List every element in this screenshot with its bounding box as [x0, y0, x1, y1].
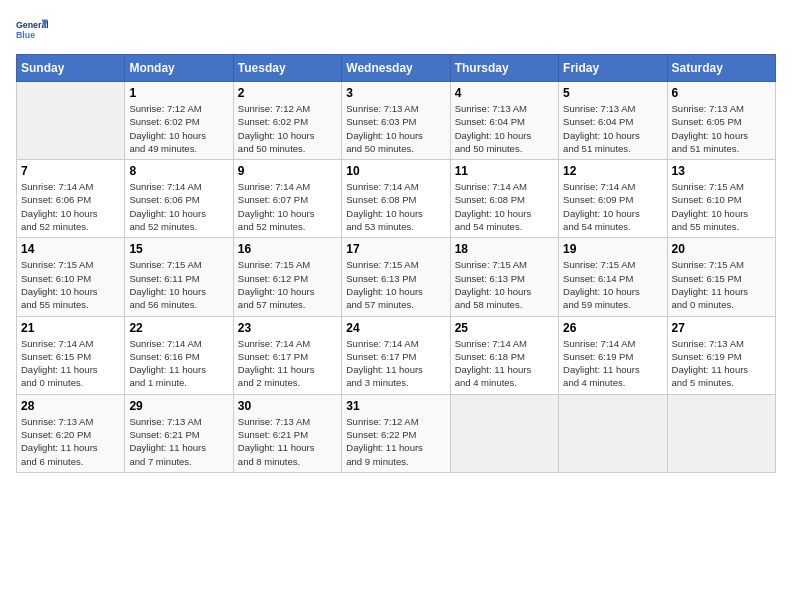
- day-info: Sunrise: 7:14 AMSunset: 6:16 PMDaylight:…: [129, 337, 228, 390]
- day-info: Sunrise: 7:14 AMSunset: 6:17 PMDaylight:…: [238, 337, 337, 390]
- day-info: Sunrise: 7:15 AMSunset: 6:13 PMDaylight:…: [346, 258, 445, 311]
- day-info: Sunrise: 7:14 AMSunset: 6:18 PMDaylight:…: [455, 337, 554, 390]
- day-number: 4: [455, 86, 554, 100]
- calendar-cell: 17Sunrise: 7:15 AMSunset: 6:13 PMDayligh…: [342, 238, 450, 316]
- calendar-cell: 7Sunrise: 7:14 AMSunset: 6:06 PMDaylight…: [17, 160, 125, 238]
- day-info: Sunrise: 7:13 AMSunset: 6:04 PMDaylight:…: [455, 102, 554, 155]
- calendar-cell: 8Sunrise: 7:14 AMSunset: 6:06 PMDaylight…: [125, 160, 233, 238]
- calendar-cell: 1Sunrise: 7:12 AMSunset: 6:02 PMDaylight…: [125, 82, 233, 160]
- day-info: Sunrise: 7:14 AMSunset: 6:08 PMDaylight:…: [346, 180, 445, 233]
- calendar-cell: 3Sunrise: 7:13 AMSunset: 6:03 PMDaylight…: [342, 82, 450, 160]
- calendar-cell: [17, 82, 125, 160]
- day-number: 25: [455, 321, 554, 335]
- day-number: 28: [21, 399, 120, 413]
- day-number: 22: [129, 321, 228, 335]
- day-number: 13: [672, 164, 771, 178]
- calendar-cell: 9Sunrise: 7:14 AMSunset: 6:07 PMDaylight…: [233, 160, 341, 238]
- header-wednesday: Wednesday: [342, 55, 450, 82]
- day-info: Sunrise: 7:15 AMSunset: 6:14 PMDaylight:…: [563, 258, 662, 311]
- page-header: General Blue: [16, 16, 776, 44]
- calendar-header-row: SundayMondayTuesdayWednesdayThursdayFrid…: [17, 55, 776, 82]
- calendar-cell: 25Sunrise: 7:14 AMSunset: 6:18 PMDayligh…: [450, 316, 558, 394]
- day-number: 9: [238, 164, 337, 178]
- day-info: Sunrise: 7:15 AMSunset: 6:13 PMDaylight:…: [455, 258, 554, 311]
- day-info: Sunrise: 7:14 AMSunset: 6:09 PMDaylight:…: [563, 180, 662, 233]
- day-number: 29: [129, 399, 228, 413]
- day-info: Sunrise: 7:13 AMSunset: 6:20 PMDaylight:…: [21, 415, 120, 468]
- day-info: Sunrise: 7:13 AMSunset: 6:21 PMDaylight:…: [238, 415, 337, 468]
- day-info: Sunrise: 7:14 AMSunset: 6:06 PMDaylight:…: [129, 180, 228, 233]
- day-info: Sunrise: 7:14 AMSunset: 6:06 PMDaylight:…: [21, 180, 120, 233]
- day-number: 26: [563, 321, 662, 335]
- calendar-cell: [559, 394, 667, 472]
- day-info: Sunrise: 7:12 AMSunset: 6:02 PMDaylight:…: [129, 102, 228, 155]
- day-info: Sunrise: 7:12 AMSunset: 6:02 PMDaylight:…: [238, 102, 337, 155]
- day-info: Sunrise: 7:14 AMSunset: 6:07 PMDaylight:…: [238, 180, 337, 233]
- day-number: 14: [21, 242, 120, 256]
- svg-text:Blue: Blue: [16, 30, 35, 40]
- day-info: Sunrise: 7:13 AMSunset: 6:03 PMDaylight:…: [346, 102, 445, 155]
- calendar-cell: 22Sunrise: 7:14 AMSunset: 6:16 PMDayligh…: [125, 316, 233, 394]
- day-number: 31: [346, 399, 445, 413]
- calendar-cell: 23Sunrise: 7:14 AMSunset: 6:17 PMDayligh…: [233, 316, 341, 394]
- calendar-cell: 31Sunrise: 7:12 AMSunset: 6:22 PMDayligh…: [342, 394, 450, 472]
- logo: General Blue: [16, 16, 48, 44]
- day-number: 23: [238, 321, 337, 335]
- calendar-cell: 2Sunrise: 7:12 AMSunset: 6:02 PMDaylight…: [233, 82, 341, 160]
- calendar-cell: 12Sunrise: 7:14 AMSunset: 6:09 PMDayligh…: [559, 160, 667, 238]
- calendar-cell: 14Sunrise: 7:15 AMSunset: 6:10 PMDayligh…: [17, 238, 125, 316]
- calendar-cell: 19Sunrise: 7:15 AMSunset: 6:14 PMDayligh…: [559, 238, 667, 316]
- calendar-cell: 4Sunrise: 7:13 AMSunset: 6:04 PMDaylight…: [450, 82, 558, 160]
- day-number: 10: [346, 164, 445, 178]
- day-info: Sunrise: 7:15 AMSunset: 6:10 PMDaylight:…: [21, 258, 120, 311]
- day-number: 17: [346, 242, 445, 256]
- header-friday: Friday: [559, 55, 667, 82]
- header-monday: Monday: [125, 55, 233, 82]
- day-number: 24: [346, 321, 445, 335]
- day-number: 5: [563, 86, 662, 100]
- day-info: Sunrise: 7:13 AMSunset: 6:19 PMDaylight:…: [672, 337, 771, 390]
- day-info: Sunrise: 7:14 AMSunset: 6:19 PMDaylight:…: [563, 337, 662, 390]
- calendar-table: SundayMondayTuesdayWednesdayThursdayFrid…: [16, 54, 776, 473]
- calendar-week-row: 21Sunrise: 7:14 AMSunset: 6:15 PMDayligh…: [17, 316, 776, 394]
- day-number: 8: [129, 164, 228, 178]
- day-number: 27: [672, 321, 771, 335]
- calendar-week-row: 7Sunrise: 7:14 AMSunset: 6:06 PMDaylight…: [17, 160, 776, 238]
- day-number: 21: [21, 321, 120, 335]
- day-number: 12: [563, 164, 662, 178]
- day-number: 20: [672, 242, 771, 256]
- calendar-cell: 30Sunrise: 7:13 AMSunset: 6:21 PMDayligh…: [233, 394, 341, 472]
- day-info: Sunrise: 7:13 AMSunset: 6:21 PMDaylight:…: [129, 415, 228, 468]
- day-number: 16: [238, 242, 337, 256]
- day-info: Sunrise: 7:15 AMSunset: 6:12 PMDaylight:…: [238, 258, 337, 311]
- calendar-cell: 11Sunrise: 7:14 AMSunset: 6:08 PMDayligh…: [450, 160, 558, 238]
- calendar-cell: 16Sunrise: 7:15 AMSunset: 6:12 PMDayligh…: [233, 238, 341, 316]
- calendar-cell: 26Sunrise: 7:14 AMSunset: 6:19 PMDayligh…: [559, 316, 667, 394]
- day-info: Sunrise: 7:13 AMSunset: 6:05 PMDaylight:…: [672, 102, 771, 155]
- calendar-cell: 27Sunrise: 7:13 AMSunset: 6:19 PMDayligh…: [667, 316, 775, 394]
- calendar-cell: 5Sunrise: 7:13 AMSunset: 6:04 PMDaylight…: [559, 82, 667, 160]
- calendar-cell: 6Sunrise: 7:13 AMSunset: 6:05 PMDaylight…: [667, 82, 775, 160]
- header-thursday: Thursday: [450, 55, 558, 82]
- calendar-week-row: 28Sunrise: 7:13 AMSunset: 6:20 PMDayligh…: [17, 394, 776, 472]
- day-info: Sunrise: 7:15 AMSunset: 6:11 PMDaylight:…: [129, 258, 228, 311]
- header-sunday: Sunday: [17, 55, 125, 82]
- calendar-cell: 21Sunrise: 7:14 AMSunset: 6:15 PMDayligh…: [17, 316, 125, 394]
- day-number: 15: [129, 242, 228, 256]
- calendar-cell: 20Sunrise: 7:15 AMSunset: 6:15 PMDayligh…: [667, 238, 775, 316]
- day-number: 6: [672, 86, 771, 100]
- day-info: Sunrise: 7:13 AMSunset: 6:04 PMDaylight:…: [563, 102, 662, 155]
- calendar-cell: 24Sunrise: 7:14 AMSunset: 6:17 PMDayligh…: [342, 316, 450, 394]
- day-info: Sunrise: 7:14 AMSunset: 6:15 PMDaylight:…: [21, 337, 120, 390]
- day-info: Sunrise: 7:12 AMSunset: 6:22 PMDaylight:…: [346, 415, 445, 468]
- calendar-cell: [667, 394, 775, 472]
- day-number: 19: [563, 242, 662, 256]
- day-number: 2: [238, 86, 337, 100]
- header-saturday: Saturday: [667, 55, 775, 82]
- day-number: 3: [346, 86, 445, 100]
- calendar-cell: 13Sunrise: 7:15 AMSunset: 6:10 PMDayligh…: [667, 160, 775, 238]
- day-info: Sunrise: 7:15 AMSunset: 6:15 PMDaylight:…: [672, 258, 771, 311]
- calendar-cell: 10Sunrise: 7:14 AMSunset: 6:08 PMDayligh…: [342, 160, 450, 238]
- calendar-cell: 18Sunrise: 7:15 AMSunset: 6:13 PMDayligh…: [450, 238, 558, 316]
- day-number: 7: [21, 164, 120, 178]
